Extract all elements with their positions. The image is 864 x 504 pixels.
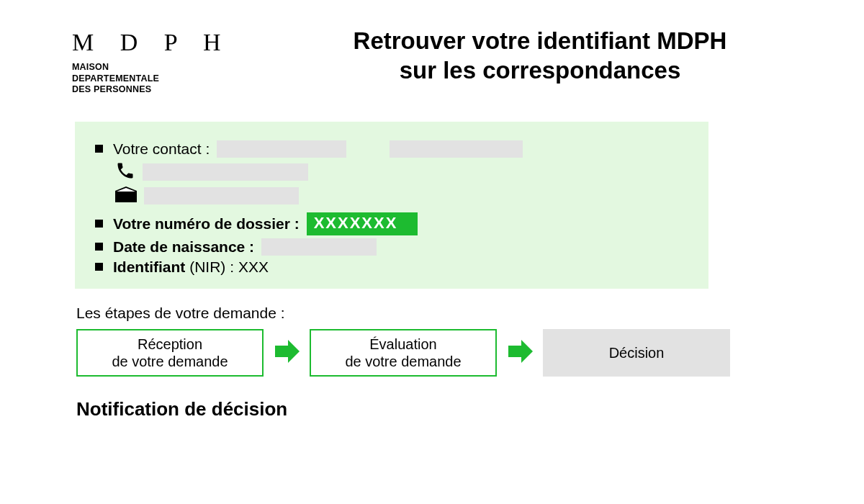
masked-value xyxy=(143,163,308,181)
envelope-icon xyxy=(115,186,137,205)
info-card: Votre contact : Votre numéro de dossier … xyxy=(75,122,708,289)
masked-value xyxy=(390,140,523,158)
title-line2: sur les correspondances xyxy=(259,55,821,85)
logo-sub-line1: MAISON xyxy=(72,62,259,73)
phone-icon xyxy=(115,161,135,184)
mail-line xyxy=(115,186,688,205)
contact-label: Votre contact : xyxy=(113,140,210,158)
bullet-icon xyxy=(95,243,103,251)
arrow-right-icon xyxy=(505,337,534,369)
nir-line: Identifiant (NIR) : XXX xyxy=(95,258,688,276)
phone-line xyxy=(115,161,688,184)
logo-letters: M D P H xyxy=(72,29,259,56)
bullet-icon xyxy=(95,145,103,153)
masked-value xyxy=(144,187,299,204)
step3-label: Décision xyxy=(609,344,665,361)
step2-line2: de votre demande xyxy=(345,353,461,370)
step-decision: Décision xyxy=(543,329,730,377)
dob-label: Date de naissance : xyxy=(113,238,254,255)
step2-line1: Évaluation xyxy=(345,336,461,353)
nir-label: Identifiant (NIR) : xyxy=(113,258,234,276)
svg-marker-4 xyxy=(508,340,533,363)
step1-line2: de votre demande xyxy=(112,353,228,370)
arrow-right-icon xyxy=(272,337,301,369)
bullet-icon xyxy=(95,220,103,228)
dossier-line: Votre numéro de dossier : XXXXXXX xyxy=(95,212,688,235)
step-evaluation: Évaluation de votre demande xyxy=(310,329,497,377)
bullet-icon xyxy=(95,263,103,271)
logo-sub-line3: DES PERSONNES xyxy=(72,84,259,96)
steps-row: Réception de votre demande Évaluation de… xyxy=(76,329,821,377)
svg-rect-0 xyxy=(115,191,137,202)
logo-block: M D P H MAISON DEPARTEMENTALE DES PERSON… xyxy=(72,22,259,96)
page-title: Retrouver votre identifiant MDPH sur les… xyxy=(259,22,821,86)
dossier-value-highlight: XXXXXXX xyxy=(307,212,418,235)
masked-value xyxy=(261,238,377,256)
step1-line1: Réception xyxy=(112,336,228,353)
dob-line: Date de naissance : xyxy=(95,238,688,256)
logo-subtitle: MAISON DEPARTEMENTALE DES PERSONNES xyxy=(72,62,259,96)
steps-title: Les étapes de votre demande : xyxy=(76,305,821,322)
title-line1: Retrouver votre identifiant MDPH xyxy=(259,26,821,55)
step-reception: Réception de votre demande xyxy=(76,329,264,377)
dossier-label: Votre numéro de dossier : xyxy=(113,215,300,232)
masked-value xyxy=(217,140,346,158)
header: M D P H MAISON DEPARTEMENTALE DES PERSON… xyxy=(72,22,821,96)
logo-sub-line2: DEPARTEMENTALE xyxy=(72,73,259,85)
contact-line: Votre contact : xyxy=(95,140,688,158)
notification-heading: Notification de décision xyxy=(76,398,821,420)
svg-marker-3 xyxy=(275,340,300,363)
nir-value: XXX xyxy=(238,258,269,276)
